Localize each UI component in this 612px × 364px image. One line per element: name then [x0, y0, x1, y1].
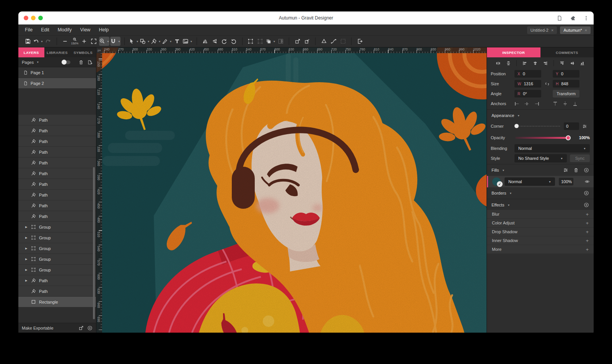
- al-dh-icon[interactable]: [496, 60, 501, 66]
- expand-caret-icon[interactable]: ▶: [25, 226, 29, 229]
- chevron-down-icon[interactable]: ▼: [169, 40, 172, 43]
- an-r-icon[interactable]: [534, 101, 539, 106]
- chevron-down-icon[interactable]: ▼: [158, 40, 161, 43]
- menu-item[interactable]: File: [21, 27, 37, 32]
- vertical-ruler[interactable]: 1501802102402703003303603904204504805105…: [96, 47, 102, 333]
- fills-header[interactable]: Fills▼: [487, 165, 594, 175]
- layer-row[interactable]: ▶ Path: [18, 125, 96, 136]
- fill-opacity-field[interactable]: 100%: [559, 178, 573, 185]
- an-b-icon[interactable]: [573, 101, 578, 106]
- fill-blend-select[interactable]: Normal▼: [505, 177, 555, 186]
- an-ch-icon[interactable]: [524, 101, 529, 106]
- zoom-percent-button[interactable]: 150%: [70, 37, 79, 46]
- add-effect-plus-icon[interactable]: +: [586, 247, 589, 252]
- fill-row[interactable]: Normal▼ 100%: [487, 176, 594, 187]
- effect-row-inner-shadow[interactable]: Inner Shadow+: [487, 236, 594, 245]
- layer-row[interactable]: ▶ Path: [18, 286, 96, 297]
- layer-row[interactable]: ▶ Path: [18, 136, 96, 147]
- chevron-down-icon[interactable]: ▼: [107, 40, 109, 43]
- add-effect-plus-icon[interactable]: +: [586, 211, 589, 217]
- fill-visibility-eye-icon[interactable]: [584, 179, 590, 184]
- menu-item[interactable]: Help: [94, 27, 113, 32]
- opacity-slider[interactable]: [515, 137, 570, 139]
- al-dv-icon[interactable]: [506, 60, 511, 66]
- chevron-down-icon[interactable]: ▼: [190, 40, 193, 43]
- menu-item[interactable]: Edit: [37, 27, 54, 32]
- effects-header[interactable]: Effects▼: [487, 200, 594, 210]
- al-ch-icon[interactable]: [533, 60, 538, 66]
- link-dimensions-icon[interactable]: [545, 81, 550, 86]
- size-height-field[interactable]: H848: [553, 80, 579, 88]
- page-icon[interactable]: [557, 15, 562, 21]
- chevron-down-icon[interactable]: ▼: [118, 40, 120, 43]
- al-r-icon[interactable]: [543, 60, 548, 66]
- flip-horizontal-button[interactable]: [201, 37, 210, 46]
- knife-tool-button[interactable]: ▼: [162, 37, 172, 46]
- text-tool-button[interactable]: [173, 37, 182, 46]
- blending-select[interactable]: Normal▼: [514, 144, 590, 153]
- layer-row[interactable]: ▶ Rectangle: [18, 297, 96, 307]
- add-effect-plus-icon[interactable]: +: [586, 229, 589, 235]
- position-y-field[interactable]: Y0: [553, 70, 579, 78]
- convert-to-path-button[interactable]: [319, 37, 328, 46]
- tab-inspector[interactable]: INSPECTOR: [487, 47, 540, 57]
- save-button[interactable]: [23, 37, 32, 46]
- boolean-ops-button[interactable]: ▼: [265, 37, 276, 46]
- snapping-button[interactable]: ▼: [110, 37, 120, 46]
- rotate-cw-button[interactable]: [230, 37, 238, 46]
- layer-row[interactable]: ▶ Path: [18, 147, 96, 158]
- export-frame-icon[interactable]: [78, 325, 84, 331]
- effect-row-drop-shadow[interactable]: Drop Shadow+: [487, 227, 594, 236]
- add-fill-icon[interactable]: [584, 167, 589, 173]
- expand-caret-icon[interactable]: ▶: [25, 268, 29, 271]
- al-b-icon[interactable]: [580, 60, 585, 66]
- page-row[interactable]: Page 1: [18, 67, 96, 78]
- tab-layers[interactable]: LAYERS: [18, 47, 44, 57]
- canvas-area[interactable]: 2402703003303603904204504805105405706006…: [96, 47, 487, 333]
- ruler-unit-corner[interactable]: px: [96, 47, 102, 53]
- horizontal-ruler[interactable]: 2402703003303603904204504805105405706006…: [96, 47, 487, 53]
- layer-row[interactable]: ▶ Group: [18, 243, 96, 254]
- layers-scrollbar[interactable]: [93, 167, 95, 319]
- fill-color-swatch[interactable]: [492, 177, 501, 186]
- layer-row[interactable]: ▶ Group: [18, 222, 96, 232]
- al-l-icon[interactable]: [522, 60, 527, 66]
- pages-toggle[interactable]: [62, 60, 70, 64]
- add-border-icon[interactable]: [584, 190, 589, 196]
- marquee-select-button[interactable]: [339, 37, 347, 46]
- menu-item[interactable]: Modify: [54, 27, 76, 32]
- trash-icon[interactable]: [78, 60, 84, 65]
- flip-vertical-button[interactable]: [210, 37, 219, 46]
- effect-row-blur[interactable]: Blur+: [487, 210, 594, 218]
- al-t-icon[interactable]: [560, 60, 565, 66]
- borders-header[interactable]: Borders▼: [487, 188, 594, 198]
- document-tab[interactable]: Untitled-2×: [527, 26, 557, 34]
- export-button[interactable]: [355, 37, 364, 46]
- layer-row[interactable]: ▶ Group: [18, 232, 96, 243]
- select-tool-button[interactable]: ▼: [129, 37, 139, 46]
- expand-caret-icon[interactable]: ▶: [25, 258, 29, 261]
- style-select[interactable]: No Shared Style▼: [514, 154, 567, 162]
- tab-comments[interactable]: COMMENTS: [540, 47, 594, 57]
- extensions-icon[interactable]: [570, 15, 576, 21]
- rotate-ccw-button[interactable]: [220, 37, 229, 46]
- send-backward-button[interactable]: [303, 37, 311, 46]
- layer-row[interactable]: ▶ Path: [18, 275, 96, 286]
- transform-button[interactable]: Transform: [553, 90, 579, 98]
- image-tool-button[interactable]: ▼: [182, 37, 193, 46]
- sync-button[interactable]: Sync: [570, 154, 590, 162]
- expand-caret-icon[interactable]: ▶: [25, 236, 29, 239]
- document-tab[interactable]: Autumun*×: [560, 26, 591, 34]
- layer-row[interactable]: ▶ Path: [18, 179, 96, 190]
- tab-symbols[interactable]: SYMBOLS: [70, 47, 96, 57]
- chevron-down-icon[interactable]: ▼: [136, 40, 139, 43]
- chevron-down-icon[interactable]: ▼: [41, 40, 43, 43]
- layer-row[interactable]: ▶ Path: [18, 200, 96, 211]
- appearance-header[interactable]: Appearance▼: [487, 110, 594, 120]
- layer-row[interactable]: ▶ Path: [18, 158, 96, 168]
- zoom-in-button[interactable]: [80, 37, 89, 46]
- chevron-down-icon[interactable]: ▼: [147, 40, 150, 43]
- corner-value-field[interactable]: 0: [564, 122, 579, 130]
- an-t-icon[interactable]: [553, 101, 558, 106]
- group-button[interactable]: [246, 37, 255, 46]
